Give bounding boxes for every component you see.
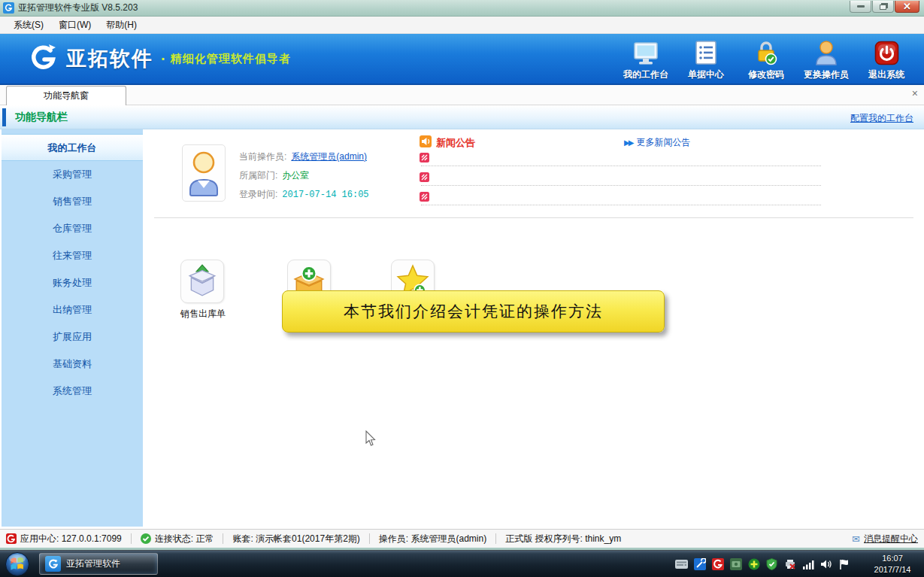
start-button[interactable] — [5, 551, 30, 577]
flag-icon[interactable] — [838, 558, 850, 571]
envelope-icon: ✉ — [852, 533, 860, 545]
power-icon — [874, 38, 899, 65]
tab-close-icon[interactable]: × — [912, 88, 918, 99]
menu-window[interactable]: 窗口(W) — [51, 17, 98, 33]
volume-icon[interactable] — [819, 558, 832, 571]
tab-strip: 功能导航窗 × — [0, 85, 924, 105]
sidebar-item-purchase[interactable]: 采购管理 — [2, 161, 143, 188]
shortcut-label: 销售出库单 — [180, 308, 224, 320]
restore-button[interactable] — [872, 1, 894, 13]
operator-value: 系统管理员(admin) — [291, 150, 367, 163]
change-password-button[interactable]: 修改密码 — [736, 38, 796, 81]
minimize-button[interactable] — [850, 1, 871, 13]
outbound-box-icon — [185, 263, 220, 300]
clock-time: 16:07 — [865, 553, 919, 564]
status-separator — [369, 533, 370, 544]
nav-bar: 功能导航栏 配置我的工作台 — [0, 105, 924, 129]
more-news-link[interactable]: ▶▶ 更多新闻公告 — [624, 136, 690, 149]
brand-name: 亚拓软件 — [66, 45, 153, 72]
brand-header: 亚拓软件 · 精细化管理软件倡导者 我的工作台 — [0, 34, 924, 85]
news-item[interactable] — [420, 150, 908, 170]
tutorial-callout: 本节我们介绍会计凭证的操作方法 — [282, 290, 665, 333]
sidebar-item-contacts[interactable]: 往来管理 — [2, 242, 143, 269]
exit-system-button[interactable]: 退出系统 — [856, 38, 916, 81]
sidebar-item-basic-data[interactable]: 基础资料 — [2, 351, 143, 378]
nav-accent-bar — [2, 108, 6, 126]
status-separator — [131, 533, 132, 544]
news-item[interactable] — [420, 190, 908, 209]
operator-label: 当前操作员: — [239, 150, 286, 163]
window-title: 亚拓管理软件专业版 V8.5.203 — [18, 2, 138, 14]
shortcut-sales-outbound[interactable]: 销售出库单 — [180, 260, 224, 320]
system-tray — [670, 551, 850, 577]
configure-workbench-link[interactable]: 配置我的工作台 — [850, 112, 913, 125]
status-connection: 连接状态: 正常 — [141, 533, 214, 545]
news-item-icon — [420, 153, 429, 165]
cash-icon[interactable] — [729, 558, 742, 571]
sidebar-item-my-workbench[interactable]: 我的工作台 — [2, 134, 143, 161]
plus-circle-icon[interactable] — [747, 558, 760, 571]
login-time-label: 登录时间: — [239, 188, 277, 201]
shield-icon[interactable] — [765, 558, 778, 571]
connection-ok-icon — [141, 533, 151, 544]
workspace: 当前操作员: 系统管理员(admin) 所属部门: 办公室 登录时间: 2017… — [143, 129, 924, 529]
menu-help[interactable]: 帮助(H) — [98, 17, 144, 33]
my-workbench-button[interactable]: 我的工作台 — [616, 38, 676, 81]
printer-error-icon[interactable] — [783, 558, 796, 571]
app-center-icon — [6, 533, 17, 544]
operator-icon — [814, 38, 838, 65]
mouse-cursor — [365, 430, 377, 449]
section-divider — [154, 217, 913, 218]
menu-system[interactable]: 系统(S) — [6, 17, 51, 33]
dotted-line — [421, 185, 821, 186]
sidebar-item-accounting[interactable]: 账务处理 — [2, 269, 143, 296]
network-signal-icon[interactable] — [801, 558, 814, 571]
brand-dot: · — [161, 50, 166, 68]
nav-title: 功能导航栏 — [15, 111, 68, 124]
status-account-set: 账套: 演示帐套01(2017年第2期) — [232, 533, 359, 545]
status-bar: 应用中心: 127.0.0.1:7099 连接状态: 正常 账套: 演示帐套01… — [0, 529, 924, 550]
callout-text: 本节我们介绍会计凭证的操作方法 — [344, 301, 603, 322]
app-window: 亚拓管理软件专业版 V8.5.203 ✕ 系统(S) 窗口(W) 帮助(H) 亚… — [0, 0, 924, 577]
status-separator — [495, 533, 496, 544]
taskbar-app-label: 亚拓管理软件 — [66, 557, 120, 570]
tab-function-navigation[interactable]: 功能导航窗 — [6, 86, 126, 105]
app-logo-icon — [45, 556, 61, 572]
sidebar-item-warehouse[interactable]: 仓库管理 — [2, 215, 143, 242]
announcement-speaker-icon — [420, 135, 432, 150]
news-item[interactable] — [420, 170, 908, 190]
document-list-icon — [695, 38, 717, 65]
windows-taskbar: 亚拓管理软件 — [0, 550, 924, 577]
sidebar-item-cashier[interactable]: 出纳管理 — [2, 296, 143, 323]
brand-slogan: 精细化管理软件倡导者 — [171, 52, 291, 66]
switch-operator-button[interactable]: 更换操作员 — [796, 38, 856, 81]
news-item-icon — [420, 192, 429, 204]
sidebar-item-system[interactable]: 系统管理 — [2, 378, 143, 405]
close-button[interactable]: ✕ — [895, 1, 919, 13]
taskbar-clock[interactable]: 16:07 2017/7/14 — [865, 553, 919, 575]
dotted-line — [421, 166, 821, 166]
lock-check-icon — [753, 38, 779, 65]
user-info: 当前操作员: 系统管理员(admin) 所属部门: 办公室 登录时间: 2017… — [239, 147, 369, 204]
brand-logo-icon — [29, 43, 59, 75]
status-license: 正式版 授权序列号: think_ym — [505, 533, 621, 545]
sidebar: 我的工作台 采购管理 销售管理 仓库管理 往来管理 账务处理 出纳管理 扩展应用… — [2, 129, 143, 527]
news-panel: 新闻公告 ▶▶ 更多新闻公告 — [420, 134, 908, 209]
sidebar-item-extensions[interactable]: 扩展应用 — [2, 323, 143, 351]
avatar-person-icon — [186, 150, 221, 196]
yato-tray-icon[interactable] — [711, 558, 724, 571]
tool-icon[interactable] — [693, 558, 706, 571]
status-separator — [223, 533, 223, 544]
message-center-link[interactable]: ✉ 消息提醒中心 — [852, 533, 918, 545]
sidebar-item-sales[interactable]: 销售管理 — [2, 188, 143, 215]
department-value: 办公室 — [282, 169, 309, 182]
double-arrow-icon: ▶▶ — [624, 138, 632, 147]
status-operator: 操作员: 系统管理员(admin) — [379, 533, 486, 545]
department-label: 所属部门: — [239, 169, 277, 182]
keyboard-icon[interactable] — [675, 558, 688, 571]
title-bar: 亚拓管理软件专业版 V8.5.203 ✕ — [0, 0, 924, 17]
taskbar-app-button[interactable]: 亚拓管理软件 — [39, 553, 158, 575]
document-center-button[interactable]: 单据中心 — [676, 38, 736, 81]
app-logo-icon — [3, 2, 14, 14]
menu-bar: 系统(S) 窗口(W) 帮助(H) — [0, 17, 924, 34]
